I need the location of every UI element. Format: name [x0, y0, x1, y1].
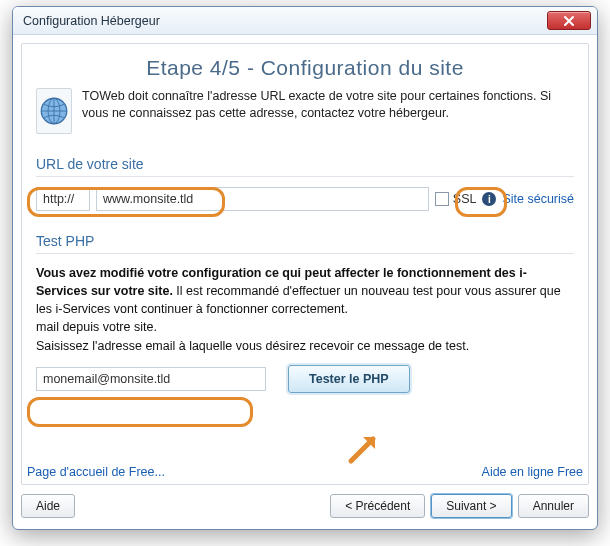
footer-link-left[interactable]: Page d'accueil de Free... [27, 465, 165, 479]
php-description: Vous avez modifié votre configuration ce… [36, 264, 574, 355]
globe-icon [36, 88, 72, 134]
php-mail-line: mail depuis votre site. [36, 320, 157, 334]
ssl-checkbox[interactable] [435, 192, 449, 206]
previous-button[interactable]: < Précédent [330, 494, 425, 518]
help-button[interactable]: Aide [21, 494, 75, 518]
divider [36, 253, 574, 254]
content-panel: Etape 4/5 - Configuration du site TOWeb … [21, 43, 589, 485]
php-prompt-line: Saisissez l'adresse email à laquelle vou… [36, 339, 469, 353]
close-icon [563, 15, 575, 27]
close-button[interactable] [547, 11, 591, 30]
button-bar: Aide < Précédent Suivant > Annuler [21, 491, 589, 521]
step-heading: Etape 4/5 - Configuration du site [36, 56, 574, 80]
intro-text: TOWeb doit connaître l'adresse URL exact… [82, 88, 574, 134]
ssl-label: SSL [453, 192, 477, 206]
test-php-button[interactable]: Tester le PHP [288, 365, 410, 393]
window-title: Configuration Hébergeur [23, 14, 160, 28]
titlebar: Configuration Hébergeur [13, 7, 597, 35]
url-prefix: http:// [36, 187, 90, 211]
url-input[interactable] [96, 187, 429, 211]
email-input[interactable] [36, 367, 266, 391]
dialog-window: Configuration Hébergeur Etape 4/5 - Conf… [12, 6, 598, 530]
secure-site-link[interactable]: Site sécurisé [502, 192, 574, 206]
php-section-label: Test PHP [36, 233, 574, 249]
divider [36, 176, 574, 177]
info-icon[interactable]: i [482, 192, 496, 206]
next-button[interactable]: Suivant > [431, 494, 511, 518]
url-section-label: URL de votre site [36, 156, 574, 172]
cancel-button[interactable]: Annuler [518, 494, 589, 518]
footer-link-right[interactable]: Aide en ligne Free [482, 465, 583, 479]
arrow-annotation-icon [345, 427, 385, 467]
